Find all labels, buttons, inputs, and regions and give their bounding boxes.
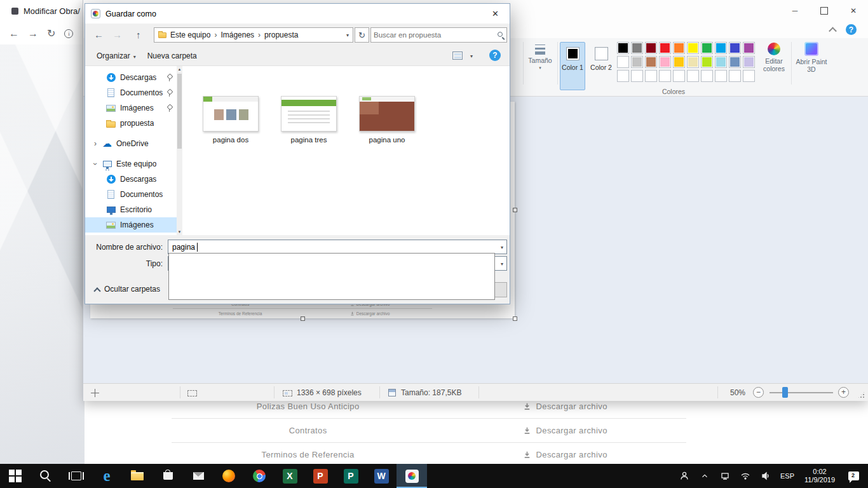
address-dropdown-icon[interactable] (346, 32, 349, 38)
sidebar-item[interactable]: Imágenes (85, 217, 177, 233)
wifi-icon[interactable] (737, 464, 754, 488)
palette-color[interactable] (617, 42, 629, 54)
color2-button[interactable]: Color 2 (588, 42, 614, 90)
organize-button[interactable]: Organizar (97, 51, 136, 60)
taskbar-app-button[interactable] (0, 464, 31, 488)
sidebar-item[interactable]: OneDrive (85, 136, 177, 151)
browser-forward-icon[interactable] (28, 29, 38, 39)
taskbar-app-button[interactable] (122, 464, 153, 488)
collapse-ribbon-icon[interactable] (830, 25, 839, 34)
palette-color[interactable] (673, 56, 685, 68)
palette-color[interactable] (743, 56, 755, 68)
taskbar-app-button[interactable] (244, 464, 275, 488)
maximize-button[interactable] (810, 0, 839, 21)
address-bar[interactable]: Este equipo Imágenes propuesta (154, 27, 353, 43)
breadcrumb-item[interactable]: Imágenes (220, 30, 264, 39)
taskbar-app-button[interactable] (214, 464, 244, 488)
palette-color[interactable] (687, 42, 699, 54)
palette-color[interactable] (743, 70, 755, 82)
canvas-resize-handle-right[interactable] (513, 208, 517, 212)
expander-icon[interactable] (94, 159, 102, 168)
palette-color[interactable] (659, 70, 671, 82)
expander-icon[interactable] (94, 139, 102, 148)
zoom-in-button[interactable] (838, 387, 849, 398)
palette-color[interactable] (729, 56, 741, 68)
palette-color[interactable] (715, 42, 727, 54)
view-mode-button[interactable] (452, 51, 463, 60)
taskbar-app-button[interactable]: P (305, 464, 336, 488)
action-center-icon[interactable]: 2 (843, 464, 864, 488)
sidebar-item[interactable]: Documentos (85, 85, 177, 100)
taskbar-app-button[interactable]: e (92, 464, 122, 488)
canvas-resize-handle-corner[interactable] (513, 316, 517, 321)
sidebar-item[interactable]: Este equipo (85, 156, 177, 172)
zoom-slider-track[interactable] (770, 392, 833, 393)
palette-color[interactable] (673, 42, 685, 54)
chevron-down-icon[interactable] (501, 245, 503, 250)
file-item[interactable]: pagina tres (280, 96, 337, 235)
sidebar-item[interactable]: Descargas (85, 172, 177, 187)
palette-color[interactable] (617, 70, 629, 82)
palette-color[interactable] (743, 42, 755, 54)
volume-icon[interactable] (757, 464, 774, 488)
help-icon[interactable] (846, 24, 857, 35)
filename-input[interactable]: pagina (168, 240, 507, 254)
dialog-close-icon[interactable] (481, 4, 510, 24)
sidebar-item[interactable]: propuesta (85, 116, 177, 131)
palette-color[interactable] (729, 42, 741, 54)
palette-color[interactable] (631, 56, 643, 68)
taskbar-app-button[interactable]: X (275, 464, 305, 488)
taskbar-app-button[interactable] (153, 464, 183, 488)
palette-color[interactable] (631, 70, 643, 82)
resize-grip[interactable] (857, 391, 865, 399)
download-link[interactable]: Descargar archivo (444, 426, 686, 435)
people-icon[interactable] (676, 464, 693, 488)
palette-color[interactable] (687, 70, 699, 82)
nav-up-button[interactable] (136, 30, 141, 39)
palette-color[interactable] (729, 70, 741, 82)
taskbar-app-button[interactable] (183, 464, 214, 488)
breadcrumb-item[interactable]: Este equipo (170, 30, 220, 39)
nav-back-button[interactable] (94, 30, 104, 39)
palette-color[interactable] (631, 42, 643, 54)
search-icon[interactable] (498, 32, 503, 37)
close-button[interactable] (839, 0, 868, 21)
palette-color[interactable] (645, 42, 657, 54)
color1-button[interactable]: Color 1 (560, 42, 585, 90)
edit-colors-button[interactable]: Editar colores (759, 41, 789, 72)
palette-color[interactable] (701, 56, 713, 68)
taskbar-app-button[interactable]: W (366, 464, 397, 488)
browser-page-info-icon[interactable] (64, 29, 73, 38)
browser-tab[interactable]: Modificar Obra/ (0, 0, 85, 22)
nav-forward-button[interactable] (112, 30, 122, 39)
language-indicator[interactable]: ESP (778, 472, 797, 480)
file-type-dropdown-list[interactable] (168, 253, 495, 300)
sidebar-item[interactable]: Escritorio (85, 202, 177, 217)
palette-color[interactable] (645, 56, 657, 68)
sidebar-item[interactable]: Descargas (85, 70, 177, 85)
view-mode-dropdown-icon[interactable] (470, 53, 473, 59)
palette-color[interactable] (701, 42, 713, 54)
open-paint3d-button[interactable]: Abrir Paint 3D (795, 41, 828, 73)
refresh-button[interactable] (355, 27, 369, 43)
canvas-resize-handle-bottom[interactable] (301, 316, 305, 321)
sidebar-item[interactable]: Documentos (85, 187, 177, 202)
browser-refresh-icon[interactable] (47, 29, 55, 39)
sidebar-item[interactable]: Imágenes (85, 100, 177, 116)
network-icon[interactable] (717, 464, 733, 488)
taskbar-app-button[interactable] (61, 464, 92, 488)
palette-color[interactable] (659, 42, 671, 54)
breadcrumb-item[interactable]: propuesta (264, 30, 298, 39)
zoom-out-button[interactable] (753, 387, 764, 398)
browser-back-icon[interactable] (9, 29, 19, 39)
palette-color[interactable] (687, 56, 699, 68)
taskbar-app-button[interactable] (397, 464, 427, 488)
palette-color[interactable] (659, 56, 671, 68)
chevron-down-icon[interactable] (501, 261, 503, 267)
palette-color[interactable] (715, 70, 727, 82)
palette-color[interactable] (645, 70, 657, 82)
dialog-help-icon[interactable] (489, 50, 501, 61)
palette-color[interactable] (701, 70, 713, 82)
palette-color[interactable] (715, 56, 727, 68)
taskbar-app-button[interactable] (31, 464, 61, 488)
